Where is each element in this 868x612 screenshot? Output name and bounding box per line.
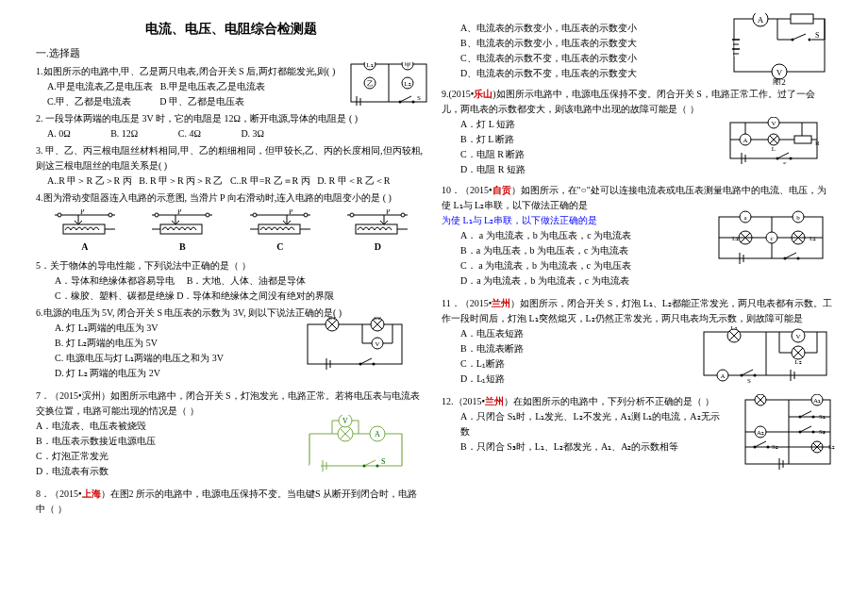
- q11-source-bold: 兰州: [492, 298, 510, 308]
- q1-opt-a: A.甲是电流表,乙是电压表: [47, 81, 153, 91]
- svg-text:L1: L1: [328, 317, 336, 322]
- q2-opt-c: C. 4Ω: [178, 128, 201, 139]
- svg-point-40: [401, 213, 405, 217]
- q5-opt-a: A．导体和绝缘体都容易导电: [55, 275, 175, 286]
- q8-circuit-figure: A R₁ S V 图2: [728, 13, 832, 85]
- svg-line-189: [800, 426, 811, 432]
- svg-text:A: A: [758, 15, 764, 25]
- q11-circuit-figure: L₁ V L₂ A S: [700, 326, 832, 383]
- rheostat-d-icon: P: [344, 209, 410, 238]
- q10-circuit-figure: a b L₁ L₂ c: [715, 209, 828, 266]
- question-3: 3. 甲、乙、丙三根电阻丝材料相同,甲、乙的粗细相同，但甲较长,乙、丙的长度相同…: [36, 143, 426, 189]
- svg-text:A₁: A₁: [813, 397, 821, 405]
- svg-line-61: [360, 358, 372, 364]
- svg-text:L: L: [772, 145, 776, 153]
- q3-opt-a: A..R 甲＞R 乙＞R 丙: [47, 175, 132, 186]
- svg-text:b: b: [796, 214, 800, 222]
- right-column: A、电流表的示数变小，电压表的示数变小 B、电流表的示数变小，电压表的示数变大 …: [434, 19, 840, 593]
- q1-circuit-figure: L₁ 甲 L₂ 乙 S: [349, 62, 430, 106]
- svg-line-97: [793, 34, 806, 40]
- question-12: 12.（2015•兰州）在如图所示的电路中，下列分析不正确的是（ ） A．只闭合…: [442, 394, 832, 455]
- svg-point-98: [792, 39, 794, 41]
- svg-text:乙: 乙: [367, 80, 374, 88]
- svg-text:V: V: [342, 417, 348, 425]
- rheostat-a-icon: P: [52, 209, 118, 238]
- svg-text:甲: 甲: [405, 62, 411, 69]
- question-8: 8．（2015•上海）在图2 所示的电路中，电源电压保持不变。当电键S 从断开到…: [36, 487, 426, 517]
- svg-text:L₂: L₂: [404, 80, 410, 88]
- q1-opt-d: D 甲、乙都是电压表: [159, 96, 244, 107]
- svg-text:L₁: L₁: [366, 62, 373, 69]
- q2-opt-b: B. 12Ω: [110, 128, 138, 139]
- q12-opt-a: A．只闭合 S₁时，L₁发光、L₂不发光，A₁测 L₁的电流，A₂无示数: [460, 409, 725, 439]
- svg-rect-120: [794, 136, 811, 143]
- question-5: 5．关于物体的导电性能，下列说法中正确的是（ ） A．导体和绝缘体都容易导电 B…: [36, 258, 426, 304]
- svg-line-193: [755, 441, 766, 447]
- svg-point-25: [206, 213, 209, 217]
- question-9: 9.(2015•乐山)如图所示电路中，电源电压保持不变。闭合开关 S，电路正常工…: [442, 87, 832, 177]
- svg-text:A: A: [743, 137, 747, 144]
- svg-text:V: V: [375, 340, 379, 348]
- svg-line-182: [800, 411, 811, 417]
- q9-opt-d: D．电阻 R 短路: [460, 162, 832, 177]
- svg-point-125: [776, 157, 779, 160]
- svg-text:S: S: [417, 94, 421, 102]
- svg-point-13: [399, 100, 402, 103]
- svg-point-169: [754, 374, 757, 377]
- q7-circuit-figure: A V S: [304, 415, 408, 473]
- question-11: 11．（2015•兰州）如图所示，闭合开关 S，灯泡 L₁、L₂都能正常发光，两…: [442, 296, 832, 387]
- q11-full-stem: 11．（2015•兰州）如图所示，闭合开关 S，灯泡 L₁、L₂都能正常发光，两…: [442, 296, 832, 326]
- svg-point-191: [812, 431, 815, 434]
- q8-full-stem: 8．（2015•上海）在图2 所示的电路中，电源电压保持不变。当电键S 从断开到…: [36, 487, 426, 517]
- svg-line-167: [742, 370, 753, 375]
- page-title: 电流、电压、电阻综合检测题: [36, 19, 426, 40]
- svg-point-39: [350, 213, 354, 217]
- svg-point-63: [373, 362, 376, 365]
- svg-text:V: V: [795, 333, 800, 340]
- q4-label-c: C: [247, 240, 313, 255]
- svg-text:A: A: [375, 430, 380, 438]
- question-4: 4.图为滑动变阻器连入电路的示意图, 当滑片 P 向右滑动时,连入电路的电阻变小…: [36, 190, 426, 255]
- svg-point-85: [363, 464, 366, 467]
- q3-stem: 3. 甲、乙、丙三根电阻丝材料相同,甲、乙的粗细相同，但甲较长,乙、丙的长度相同…: [36, 143, 426, 174]
- svg-point-18: [108, 213, 112, 217]
- svg-text:S: S: [783, 160, 787, 164]
- q12-circuit-figure: L₁ A₁ S₁ A₂ S₃ S₂ L₂: [742, 394, 836, 470]
- q3-opt-c: C..R 甲=R 乙＝R 丙: [230, 175, 310, 186]
- q8-source-bold: 上海: [82, 488, 101, 499]
- q4-label-a: A: [52, 240, 118, 255]
- q9-full-stem: 9.(2015•乐山)如图所示电路中，电源电压保持不变。闭合开关 S，电路正常工…: [442, 87, 832, 117]
- svg-text:P: P: [80, 209, 85, 216]
- svg-text:S: S: [815, 31, 819, 40]
- svg-point-14: [412, 100, 415, 103]
- svg-text:R₁: R₁: [798, 13, 806, 15]
- svg-point-190: [799, 431, 802, 434]
- svg-point-149: [797, 257, 800, 260]
- svg-line-12: [400, 96, 411, 102]
- svg-text:R: R: [815, 140, 820, 147]
- svg-point-126: [790, 157, 793, 160]
- svg-text:V: V: [771, 120, 776, 127]
- q2-opt-a: A. 0Ω: [47, 128, 71, 139]
- svg-point-86: [376, 464, 379, 467]
- q12-stem: 在如图所示的电路中，下列分析不正确的是（ ）: [513, 396, 714, 406]
- q1-opt-c: C.甲、乙都是电流表: [47, 96, 131, 107]
- svg-line-124: [777, 153, 789, 158]
- svg-text:P: P: [177, 209, 182, 216]
- q3-opt-b: B. R 甲＞R 丙＞R 乙: [139, 175, 223, 186]
- svg-text:S: S: [747, 377, 751, 383]
- svg-point-168: [741, 374, 743, 377]
- q4-figures: P A P B: [36, 209, 426, 255]
- svg-point-17: [58, 213, 61, 217]
- svg-text:L₁: L₁: [732, 235, 739, 242]
- q9-stem: 如图所示电路中，电源电压保持不变。闭合开关 S，电路正常工作。过了一会儿，两电表…: [442, 89, 815, 114]
- q2-opt-d: D. 3Ω: [241, 128, 264, 139]
- question-6: 6.电源的电压为 5V, 闭合开关 S 电压表的示数为 3V, 则以下说法正确的…: [36, 306, 426, 381]
- q4-label-b: B: [149, 240, 215, 255]
- svg-text:L₂: L₂: [810, 235, 816, 242]
- svg-text:c: c: [770, 235, 773, 242]
- svg-text:A: A: [720, 372, 725, 380]
- left-column: 电流、电压、电阻综合检测题 一.选择题 1.如图所示的电路中,甲、乙是两只电表,…: [28, 19, 434, 593]
- svg-line-84: [364, 460, 376, 466]
- svg-text:S: S: [381, 457, 385, 466]
